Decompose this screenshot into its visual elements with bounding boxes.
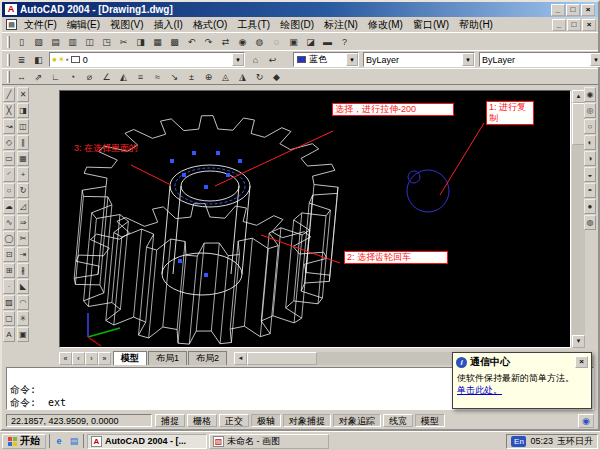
dim-quick-dimension-icon[interactable]: ◭ — [115, 70, 132, 84]
std-copy-icon[interactable]: ◨ — [132, 35, 149, 49]
status-toggle-模型[interactable]: 模型 — [415, 414, 445, 427]
view-shade-2d-icon[interactable]: ◐ — [584, 135, 596, 150]
language-indicator[interactable]: En — [511, 436, 526, 447]
draw-insert-block-icon[interactable]: ⊡ — [3, 247, 15, 262]
std-plot-preview-icon[interactable]: ◫ — [81, 35, 98, 49]
draw-make-block-icon[interactable]: ⊞ — [3, 263, 15, 278]
draw-polyline-icon[interactable]: ↝ — [3, 119, 15, 134]
menu-帮助(H)[interactable]: 帮助(H) — [454, 18, 498, 32]
draw-revision-cloud-icon[interactable]: ☁ — [3, 199, 15, 214]
std-open-icon[interactable]: ▧ — [30, 35, 47, 49]
menu-绘图(D)[interactable]: 绘图(D) — [275, 18, 319, 32]
dim-dim-edit-icon[interactable]: ◬ — [217, 70, 234, 84]
dim-dim-baseline-icon[interactable]: ≡ — [132, 70, 149, 84]
dim-dim-text-edit-icon[interactable]: ◮ — [234, 70, 251, 84]
std-cut-icon[interactable]: ✂ — [115, 35, 132, 49]
menu-修改(M)[interactable]: 修改(M) — [363, 18, 408, 32]
title-bar[interactable]: A AutoCAD 2004 - [Drawing1.dwg] _□× — [2, 2, 598, 17]
scroll-down-icon[interactable]: ▼ — [572, 335, 585, 348]
draw-circle-icon[interactable]: ○ — [3, 183, 15, 198]
modify-fillet-icon[interactable]: ◠ — [17, 295, 29, 310]
maximize-button[interactable]: □ — [566, 4, 580, 16]
modify-break-icon[interactable]: ∦ — [17, 263, 29, 278]
chevron-down-icon[interactable]: ▼ — [590, 53, 600, 66]
modify-stretch-icon[interactable]: ⇒ — [17, 215, 29, 230]
taskbar-task[interactable]: ▧未命名 - 画图 — [209, 434, 329, 449]
modify-mirror-icon[interactable]: ◫ — [17, 119, 29, 134]
std-properties-icon[interactable]: ▣ — [285, 35, 302, 49]
status-toggle-极轴[interactable]: 极轴 — [251, 414, 281, 427]
quicklaunch-show-desktop-icon[interactable]: ▤ — [67, 434, 81, 448]
close-button[interactable]: × — [581, 4, 595, 16]
color-select[interactable]: 蓝色 ▼ — [293, 52, 359, 67]
std-new-icon[interactable]: ▯ — [13, 35, 30, 49]
scroll-left-icon[interactable]: ◄ — [234, 352, 247, 365]
status-toggle-捕捉[interactable]: 捕捉 — [155, 414, 185, 427]
toolbar-grip[interactable] — [7, 36, 10, 48]
dim-dim-style-icon[interactable]: ◆ — [268, 70, 285, 84]
std-plot-icon[interactable]: ▥ — [64, 35, 81, 49]
menu-标注(N)[interactable]: 标注(N) — [319, 18, 363, 32]
draw-ellipse-icon[interactable]: ◯ — [3, 231, 15, 246]
dim-dim-ordinate-icon[interactable]: ∟ — [47, 70, 64, 84]
view-camera-icon[interactable]: ◎ — [584, 103, 596, 118]
modify-extend-icon[interactable]: ⇥ — [17, 247, 29, 262]
dim-dim-diameter-icon[interactable]: ⌀ — [81, 70, 98, 84]
draw-construction-line-icon[interactable]: ╳ — [3, 103, 15, 118]
draw-spline-icon[interactable]: ∿ — [3, 215, 15, 230]
view-shade-3d-icon[interactable]: ◑ — [584, 151, 596, 166]
modify-explode-icon[interactable]: ✳ — [17, 311, 29, 326]
view-gouraud-shaded-icon[interactable]: ● — [584, 199, 596, 214]
std-zoom-window-icon[interactable]: ◍ — [251, 35, 268, 49]
menu-编辑(E)[interactable]: 编辑(E) — [62, 18, 105, 32]
modify-erase-icon[interactable]: ✕ — [17, 87, 29, 102]
drawing-area[interactable]: 选择，进行拉伸-2001: 进行复制2: 选择齿轮回车3: 在选择里面的 — [59, 90, 571, 348]
draw-polygon-icon[interactable]: ◇ — [3, 135, 15, 150]
layers-layer-previous-icon[interactable]: ↩ — [264, 53, 281, 67]
modify-trim-icon[interactable]: ✂ — [17, 231, 29, 246]
std-paste-icon[interactable]: ▦ — [149, 35, 166, 49]
std-redo-icon[interactable]: ↷ — [200, 35, 217, 49]
tab-布局2[interactable]: 布局2 — [188, 351, 227, 365]
std-designcenter-icon[interactable]: ◪ — [302, 35, 319, 49]
status-toggle-正交[interactable]: 正交 — [219, 414, 249, 427]
minimize-button[interactable]: _ — [551, 4, 565, 16]
modify-offset-icon[interactable]: ∥ — [17, 135, 29, 150]
layers-make-object-layer-current-icon[interactable]: ⌂ — [247, 53, 264, 67]
draw-point-icon[interactable]: · — [3, 279, 15, 294]
lineweight-select[interactable]: ByLayer ▼ — [479, 52, 600, 67]
view-hidden-icon[interactable]: ◒ — [584, 167, 596, 182]
modify-array-icon[interactable]: ▦ — [17, 151, 29, 166]
menu-窗口(W)[interactable]: 窗口(W) — [408, 18, 454, 32]
menu-视图(V)[interactable]: 视图(V) — [105, 18, 148, 32]
std-publish-icon[interactable]: ◳ — [98, 35, 115, 49]
status-toggle-对象捕捉[interactable]: 对象捕捉 — [283, 414, 331, 427]
start-button[interactable]: 开始 — [2, 434, 46, 449]
tab-nav-2[interactable]: › — [85, 352, 98, 365]
communication-center-icon[interactable]: ◉ — [578, 414, 594, 428]
modify-scale-icon[interactable]: ◿ — [17, 199, 29, 214]
toolbar-grip[interactable] — [7, 54, 10, 66]
tab-nav-3[interactable]: » — [98, 352, 111, 365]
draw-region-icon[interactable]: ▢ — [3, 311, 15, 326]
modify-copy-object-icon[interactable]: ◨ — [17, 103, 29, 118]
dim-dim-aligned-icon[interactable]: ⇗ — [30, 70, 47, 84]
popup-close-button[interactable]: × — [575, 356, 588, 368]
horizontal-scroll-thumb[interactable] — [247, 352, 317, 365]
child-minimize-button[interactable]: _ — [552, 19, 566, 31]
dim-dim-radius-icon[interactable]: ◔ — [64, 70, 81, 84]
std-tool-palettes-icon[interactable]: ▬ — [319, 35, 336, 49]
toolbar-grip[interactable] — [7, 71, 10, 83]
std-zoom-realtime-icon[interactable]: ◉ — [234, 35, 251, 49]
view-3d-orbit-icon[interactable]: ◉ — [584, 87, 596, 102]
coordinates-display[interactable]: 22.1857, 423.9509, 0.0000 — [6, 414, 152, 427]
draw-hatch-icon[interactable]: ▨ — [3, 295, 15, 310]
status-toggle-栅格[interactable]: 栅格 — [187, 414, 217, 427]
linetype-select[interactable]: ByLayer ▼ — [363, 52, 475, 67]
taskbar-task[interactable]: AAutoCAD 2004 - [... — [87, 434, 207, 449]
dim-quick-leader-icon[interactable]: ↘ — [166, 70, 183, 84]
dim-dim-angular-icon[interactable]: ∠ — [98, 70, 115, 84]
std-undo-icon[interactable]: ↶ — [183, 35, 200, 49]
chevron-down-icon[interactable]: ▼ — [346, 53, 358, 66]
draw-rectangle-icon[interactable]: ▭ — [3, 151, 15, 166]
